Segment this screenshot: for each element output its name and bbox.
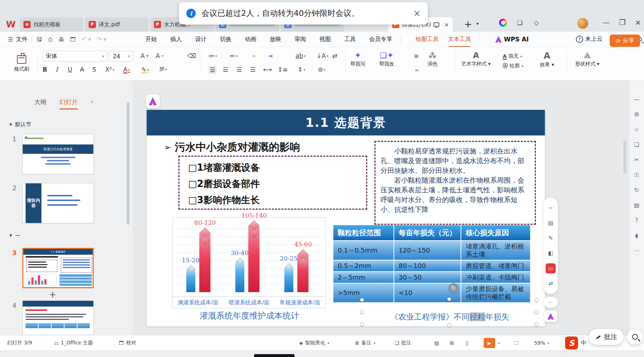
slide-thumbnail-3-selected[interactable]: 1.1 选题背景 xyxy=(22,248,94,288)
selection-handle[interactable] xyxy=(447,323,451,327)
menu-item-设计[interactable]: 设计 xyxy=(195,36,206,43)
comment-icon[interactable]: ◖ xyxy=(635,233,638,238)
wps-ai-button[interactable]: WPS AI xyxy=(495,36,529,43)
text-fill-button[interactable]: A 填充▾ xyxy=(503,53,523,59)
section-default[interactable]: ▼ 默认节 xyxy=(9,121,31,128)
selection-handle[interactable] xyxy=(360,322,364,326)
comment-button[interactable]: ❑批注 xyxy=(395,335,412,351)
loss-table[interactable]: 颗粒粒径范围每亩年损失（元）核心损失原因0.1～0.5mm120～150堵塞滴灌… xyxy=(333,224,531,303)
undo-icon[interactable]: ↶ ▾ xyxy=(81,36,91,43)
collapse-panel-icon[interactable]: ‹ xyxy=(91,98,93,105)
layers-icon[interactable]: ▤ xyxy=(634,202,639,208)
menu-item-视图[interactable]: 视图 xyxy=(319,36,331,43)
shadow-button[interactable]: S xyxy=(92,66,96,73)
add-slide-button[interactable]: + xyxy=(49,290,56,300)
workspace-cube-icon[interactable]: ◇ xyxy=(532,19,540,27)
print-preview-icon[interactable]: 🗔 xyxy=(70,36,76,43)
selection-handle[interactable] xyxy=(360,298,364,302)
user-avatar[interactable] xyxy=(577,18,588,29)
layers-icon[interactable]: ▤ xyxy=(546,218,556,228)
selection-handle[interactable] xyxy=(360,310,364,314)
panel-scrollbar[interactable] xyxy=(127,102,129,304)
menu-file[interactable]: 文件 xyxy=(16,36,27,43)
menu-item-插入[interactable]: 插入 xyxy=(170,36,182,43)
new-tab-button[interactable]: + xyxy=(464,19,472,30)
more-tools-button[interactable]: ⋯ xyxy=(543,297,558,308)
text-effect-button[interactable]: A 效果 ▾ xyxy=(540,52,554,68)
format-painter-button[interactable]: 格式刷 xyxy=(10,50,33,77)
ai-write-button[interactable]: ✦帮我写 xyxy=(350,52,365,67)
distribute-icon[interactable]: ⟷ xyxy=(263,66,272,73)
slide-sorter-icon[interactable]: ⊞ xyxy=(450,335,454,351)
menu-item-动画[interactable]: 动画 xyxy=(245,36,256,43)
font-size-select[interactable]: 24▾ xyxy=(110,51,133,62)
bullet-list-icon[interactable]: ≔▾ xyxy=(208,52,217,59)
row-spacing-icon[interactable]: ⇕▾ xyxy=(298,66,305,73)
output-icon[interactable]: ⎙ xyxy=(48,36,53,43)
restore-button[interactable]: ❐ xyxy=(619,18,626,27)
context-tab-绘图工具[interactable]: 绘图工具 xyxy=(416,36,439,43)
bold-button[interactable]: B xyxy=(43,66,47,73)
menu-item-审阅[interactable]: 审阅 xyxy=(294,36,306,43)
clear-format-icon[interactable]: ⌫ xyxy=(187,52,196,59)
key-icon[interactable]: ⚿ xyxy=(634,172,639,178)
notes-button[interactable]: ≣备注▾ xyxy=(355,335,376,351)
toast-close-icon[interactable]: × xyxy=(413,8,421,18)
refresh-icon[interactable]: ↻ xyxy=(449,283,458,293)
menu-item-会员专享[interactable]: 会员专享 xyxy=(369,36,392,43)
play-options-chevron[interactable]: ▾ xyxy=(498,335,500,351)
chart-caption[interactable]: 灌溉系统年度维护成本统计 xyxy=(161,310,338,321)
smart-beautify-button[interactable]: ◈智能美化▾ xyxy=(299,335,329,351)
selection-handle[interactable] xyxy=(534,310,538,314)
cut-icon[interactable]: ✂ xyxy=(634,157,639,163)
save-icon[interactable]: 🖫 xyxy=(36,36,42,43)
floating-zoom-button[interactable] xyxy=(627,329,643,345)
reading-view-icon[interactable]: ▯ xyxy=(466,335,468,351)
collapse-icon[interactable]: — xyxy=(634,97,640,102)
normal-view-icon[interactable]: ▤ xyxy=(434,335,439,351)
display-icon[interactable]: ▭ xyxy=(546,263,556,273)
cloud-status[interactable]: ↑ 未上云 xyxy=(576,35,603,43)
slide-heading[interactable]: ➢ 污水中小杂质对灌溉的影响 xyxy=(164,140,300,155)
menu-item-切换[interactable]: 切换 xyxy=(220,36,231,43)
align-center-icon[interactable]: ☰ xyxy=(223,66,228,73)
history-icon[interactable]: ↻ xyxy=(634,187,639,193)
document-tab[interactable]: P译文.pdf xyxy=(85,17,148,32)
equal-icon[interactable]: ＝ xyxy=(414,66,420,74)
settings-icon[interactable]: ⚙ xyxy=(634,112,639,117)
proofread-button[interactable]: 🗔校对 xyxy=(119,335,136,351)
wps-ai-side-badge[interactable] xyxy=(544,311,557,322)
tab-outline[interactable]: 大纲 xyxy=(34,98,46,106)
numbered-list-icon[interactable]: ≕▾ xyxy=(229,52,238,59)
selection-handle[interactable] xyxy=(534,322,538,326)
redo-icon[interactable]: ↷ ▾ xyxy=(97,36,107,43)
play-slideshow-button[interactable]: ▶ xyxy=(484,338,495,348)
decrease-indent-icon[interactable]: ⇤ xyxy=(252,52,257,59)
replace-icon[interactable]: ⇄ xyxy=(332,52,337,59)
canvas-scrollbar[interactable] xyxy=(623,140,626,174)
font-color-button[interactable]: A▾ xyxy=(123,66,130,73)
print-icon[interactable]: 🖶 xyxy=(58,36,64,43)
wps-logo[interactable]: W xyxy=(4,18,18,31)
char-spacing-icon[interactable]: ab▾ xyxy=(296,52,306,59)
highlight-color-button[interactable]: ✎▾ xyxy=(141,66,149,73)
slide-editor[interactable]: 1.1 选题背景 ➢ 污水中小杂质对灌溉的影响 □1堵塞灌溉设备 □2磨损设备部… xyxy=(147,110,545,326)
theme-skin-icon[interactable] xyxy=(499,19,507,27)
line-spacing-icon[interactable]: ↕≡ xyxy=(277,66,288,73)
align-left-icon[interactable]: ☰ xyxy=(208,66,217,74)
slide-thumbnail-2[interactable]: 报告内容 xyxy=(22,183,94,223)
decrease-font-icon[interactable]: A− xyxy=(156,52,164,59)
close-window-button[interactable]: × xyxy=(635,18,641,27)
star-icon[interactable]: ☆ xyxy=(634,127,639,133)
note-text-box[interactable]: 小颗粒易穿透常规拦污设施，淤积在出水孔、喷嘴及管道缝隙中，造成水流分布不均，部分… xyxy=(374,141,536,225)
minimize-button[interactable]: — xyxy=(603,18,610,27)
slide-thumbnail-4[interactable] xyxy=(22,300,94,335)
polish-button[interactable]: ⁂润色 xyxy=(427,52,438,67)
theme-button[interactable]: ⚏1_Office 主题 xyxy=(54,335,93,351)
text-outline-button[interactable]: Ⓐ 轮廓▾ xyxy=(503,63,523,69)
hamburger-icon[interactable]: ☰ xyxy=(8,36,13,43)
wps-s-logo[interactable]: S xyxy=(565,336,578,349)
selection-handle[interactable] xyxy=(447,297,451,301)
windows-stack-icon[interactable]: ❏ xyxy=(516,19,524,27)
menu-item-放映[interactable]: 放映 xyxy=(270,36,281,43)
